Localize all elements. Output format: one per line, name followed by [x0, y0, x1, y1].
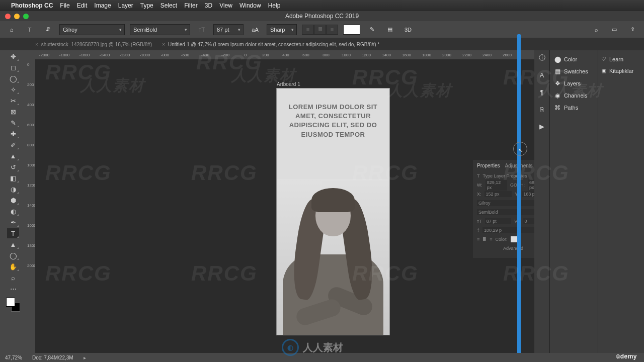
menu-edit[interactable]: Edit	[77, 2, 88, 9]
document-tabs: × shutterstock_1428658778.jpg @ 16,7% (R…	[0, 38, 644, 50]
hand-tool[interactable]: ✋	[7, 261, 19, 272]
home-button[interactable]: ⌂	[5, 23, 18, 36]
properties-panel[interactable]: Properties Adjustments TType Layer Prope…	[473, 160, 534, 258]
type-tool[interactable]: T	[7, 228, 19, 238]
menu-type[interactable]: Type	[140, 2, 153, 9]
path-select-tool[interactable]: ▲	[7, 239, 19, 249]
y-field[interactable]: 163 px	[522, 191, 534, 197]
stamp-tool[interactable]: ▲	[7, 151, 19, 161]
ruler-tick: 400	[282, 53, 289, 57]
dodge-tool[interactable]: ◐	[7, 206, 19, 216]
zoom-tool[interactable]: ⌕	[7, 273, 19, 283]
text-color-swatch[interactable]	[343, 25, 360, 35]
ruler-tick: -400	[201, 53, 209, 57]
zoom-level[interactable]: 47,72%	[5, 355, 22, 360]
ruler-vertical[interactable]: 0 200 400 600 800 1000 1200 1400 1600 18…	[26, 59, 35, 353]
menu-window[interactable]: Window	[239, 2, 261, 9]
edit-toolbar[interactable]: ⋯	[7, 284, 19, 294]
eyedropper-tool[interactable]: ✎	[7, 118, 19, 128]
type-tool-icon[interactable]: T	[23, 23, 36, 36]
document-tab[interactable]: × Untitled-1 @ 47,7% (Lorem ipsum dolor …	[157, 38, 384, 50]
doc-size[interactable]: Doc: 7,84M/22,3M	[32, 355, 73, 360]
properties-tab[interactable]: Properties	[477, 163, 500, 168]
character-panel-button[interactable]: ▤	[383, 23, 396, 36]
blur-tool[interactable]: ⬢	[7, 195, 19, 205]
orientation-icon[interactable]: ⇵	[41, 23, 54, 36]
glyphs-icon[interactable]: ⎘	[537, 105, 546, 114]
artboard-label[interactable]: Artboard 1	[277, 81, 300, 87]
panel-resize-handle[interactable]	[517, 34, 521, 354]
layers-panel[interactable]: ❖Layers	[550, 77, 598, 89]
menu-app[interactable]: Photoshop CC	[11, 2, 53, 9]
maximize-window-icon[interactable]	[23, 14, 29, 19]
tab-close-icon[interactable]: ×	[35, 42, 38, 47]
ruler-horizontal[interactable]: -2000 -1800 -1600 -1400 -1200 -1000 -800…	[26, 50, 534, 59]
align-l-icon[interactable]: ≡	[477, 237, 479, 242]
learn-panel[interactable]: ♡Learn	[598, 53, 644, 65]
history-brush-tool[interactable]: ↺	[7, 162, 19, 172]
font-weight-select[interactable]: SemiBold	[130, 24, 190, 35]
h-field[interactable]: 681,67 px	[528, 179, 534, 191]
link-icon[interactable]: GO	[510, 183, 517, 188]
paths-panel[interactable]: ⌘Paths	[550, 102, 598, 114]
brush-tool[interactable]: ✐	[7, 140, 19, 150]
align-left-button[interactable]: ≡	[302, 25, 314, 35]
align-right-button[interactable]: ≡	[326, 25, 338, 35]
actions-icon[interactable]: ▶	[537, 122, 546, 131]
text-layer[interactable]: LOREM IPSUM DOLOR SIT AMET, CONSECTETUR …	[277, 88, 389, 139]
prop-weight[interactable]: SemiBold	[477, 209, 534, 215]
lasso-tool[interactable]: ◯	[7, 73, 19, 83]
close-window-icon[interactable]	[5, 14, 11, 19]
align-r-icon[interactable]: ≡	[490, 237, 492, 242]
move-tool[interactable]: ✥	[7, 51, 19, 61]
shape-tool[interactable]: ◯	[7, 250, 19, 260]
threed-button[interactable]: 3D	[401, 23, 415, 36]
libraries-panel[interactable]: ▣Kitaplıklar	[598, 65, 644, 76]
antialias-select[interactable]: Sharp	[267, 24, 297, 35]
menu-select[interactable]: Select	[160, 2, 177, 9]
menu-layer[interactable]: Layer	[118, 2, 133, 9]
minimize-window-icon[interactable]	[14, 14, 20, 19]
prop-size[interactable]: 87 pt	[485, 218, 512, 224]
w-field[interactable]: 829,12 px	[486, 179, 507, 191]
foreground-color[interactable]	[6, 298, 15, 307]
x-field[interactable]: 152 px	[485, 191, 512, 197]
channels-panel[interactable]: ◉Channels	[550, 89, 598, 102]
search-icon[interactable]: ⌕	[590, 23, 603, 36]
share-icon[interactable]: ⇪	[626, 23, 639, 36]
menu-filter[interactable]: Filter	[184, 2, 198, 9]
eraser-tool[interactable]: ◧	[7, 173, 19, 183]
character-icon[interactable]: A	[537, 70, 546, 79]
color-panel[interactable]: ⬤Color	[550, 53, 598, 65]
menu-file[interactable]: File	[60, 2, 69, 9]
prop-font[interactable]: Gilroy	[477, 200, 534, 206]
document-tab[interactable]: × shutterstock_1428658778.jpg @ 16,7% (R…	[30, 38, 157, 50]
font-family-select[interactable]: Gilroy	[59, 24, 125, 35]
menu-3d[interactable]: 3D	[205, 2, 212, 9]
canvas-stage[interactable]: Artboard 1 LOREM IPSUM DOLOR SIT AMET, C…	[35, 59, 534, 353]
font-size-select[interactable]: 87 pt	[213, 24, 244, 35]
pen-tool[interactable]: ✒	[7, 217, 19, 227]
menu-help[interactable]: Help	[268, 2, 281, 9]
color-swatches[interactable]	[6, 298, 20, 312]
healing-tool[interactable]: ✚	[7, 129, 19, 139]
warp-text-button[interactable]: ✎	[365, 23, 378, 36]
prop-tracking[interactable]: 0	[523, 218, 534, 224]
workspace-icon[interactable]: ▭	[608, 23, 621, 36]
status-menu-icon[interactable]: ▸	[84, 355, 86, 360]
align-center-button[interactable]: ≣	[314, 25, 326, 35]
gradient-tool[interactable]: ◑	[7, 184, 19, 194]
prop-leading[interactable]: 100,29 p	[482, 227, 534, 233]
menu-image[interactable]: Image	[94, 2, 111, 9]
swatches-panel[interactable]: ▦Swatches	[550, 65, 598, 77]
align-c-icon[interactable]: ≣	[482, 237, 487, 242]
menu-view[interactable]: View	[219, 2, 232, 9]
artboard[interactable]: LOREM IPSUM DOLOR SIT AMET, CONSECTETUR …	[277, 88, 389, 335]
paragraph-icon[interactable]: ¶	[537, 87, 546, 97]
magic-wand-tool[interactable]: ✧	[7, 84, 19, 95]
frame-tool[interactable]: ⊠	[7, 107, 19, 117]
marquee-tool[interactable]: ◻	[7, 62, 19, 72]
tab-close-icon[interactable]: ×	[162, 42, 165, 47]
info-icon[interactable]: ⓘ	[537, 53, 546, 62]
crop-tool[interactable]: ✂	[7, 96, 19, 106]
